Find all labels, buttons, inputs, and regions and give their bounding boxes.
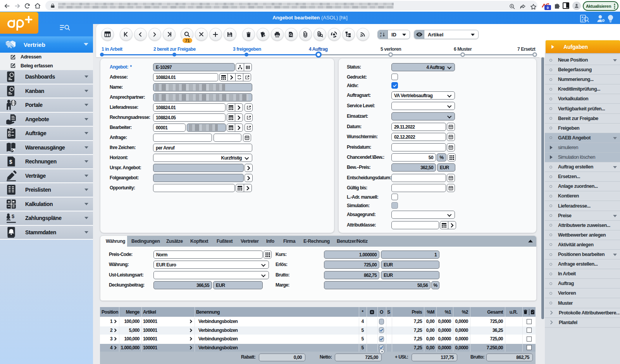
svg-text:$: $ <box>12 213 14 219</box>
svg-text:Z: Z <box>582 19 584 22</box>
svg-text:Z: Z <box>380 35 382 37</box>
svg-text:A: A <box>380 32 382 34</box>
svg-text:$: $ <box>9 159 12 165</box>
